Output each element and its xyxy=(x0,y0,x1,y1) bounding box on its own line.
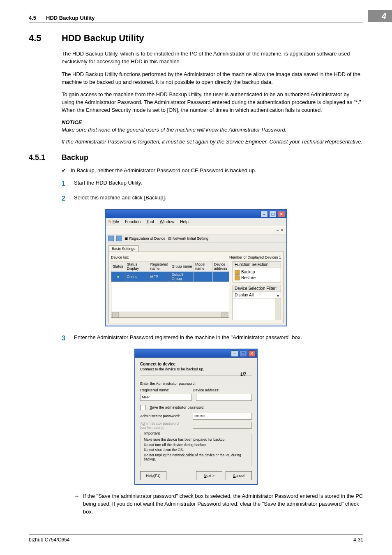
scroll-left-button[interactable]: ‹ xyxy=(112,312,119,317)
section-paragraph: To gain access to the machine from the H… xyxy=(29,91,363,114)
footer-rule xyxy=(29,534,363,534)
function-backup[interactable]: Backup xyxy=(235,269,279,275)
window-titlebar[interactable]: – ▢ ✕ xyxy=(106,210,286,218)
close-button[interactable]: ✕ xyxy=(248,350,256,357)
subsection-title: Backup xyxy=(62,153,88,162)
enter-password-label: Enter the Administrator password. xyxy=(140,382,252,386)
running-head-number: 4.5 xyxy=(29,15,36,21)
th-group-name[interactable]: Group name xyxy=(170,261,194,271)
maximize-button[interactable]: ▢ xyxy=(269,211,277,217)
subsection-number: 4.5.1 xyxy=(29,153,62,162)
important-line: Do not unplug the network cable of the d… xyxy=(144,453,248,462)
scroll-right-button[interactable]: › xyxy=(221,312,228,317)
help-button[interactable]: Help(F1) xyxy=(140,471,166,480)
th-registered-name[interactable]: Registered name xyxy=(149,261,170,271)
step-text: Select this machine and click [Backup]. xyxy=(74,194,166,203)
scroll-up-icon[interactable]: ▴ xyxy=(277,293,279,297)
important-heading: Important xyxy=(143,431,161,435)
cancel-button[interactable]: Cancel xyxy=(226,471,252,480)
mdi-controls[interactable]: – ✕ xyxy=(277,228,284,232)
step-text: Start the HDD Backup Utility. xyxy=(74,179,142,188)
important-group: Important Make sure the device has been … xyxy=(140,434,252,466)
backup-icon xyxy=(235,270,240,275)
step-text: Enter the Administrator Password registe… xyxy=(74,334,302,343)
footer-model: bizhub C754/C654 xyxy=(29,537,69,543)
admin-password-label: Administrator password: xyxy=(140,414,189,418)
toolbar-icon[interactable] xyxy=(116,236,122,241)
important-line: Do not turn off the device during backup… xyxy=(144,443,248,447)
registered-name-field[interactable]: MFP xyxy=(140,394,192,401)
toolbar-icon[interactable] xyxy=(108,236,114,241)
device-address-field[interactable] xyxy=(196,394,252,401)
chapter-tab: 4 xyxy=(368,10,392,22)
bullet-text: In Backup, neither the Administrator Pas… xyxy=(71,167,256,174)
next-button[interactable]: Next > xyxy=(196,471,222,480)
step-number: 2 xyxy=(62,194,74,203)
minimize-button[interactable]: – xyxy=(261,211,268,217)
save-password-label: Save the administrator password. xyxy=(150,405,205,409)
dialog-title: Connect to device xyxy=(140,362,252,366)
important-line: Make sure the device has been prepared f… xyxy=(144,437,248,442)
wizard-step: 1/7 xyxy=(240,372,246,377)
notice-heading: NOTICE xyxy=(62,119,363,125)
toolbar: ▣ Registration of Device ▤ Network Initi… xyxy=(106,234,286,243)
important-line: Do not shut down the OS. xyxy=(144,448,248,452)
registered-name-label: Registered name: xyxy=(140,388,189,392)
admin-password-field[interactable]: •••••••• xyxy=(193,413,252,420)
window-titlebar[interactable]: – ▢ ✕ xyxy=(135,349,257,358)
rule xyxy=(29,23,363,23)
minimize-button[interactable]: – xyxy=(231,350,238,357)
tab-basic-settings[interactable]: Basic Settings xyxy=(108,245,139,252)
maximize-button[interactable]: ▢ xyxy=(240,350,247,357)
restore-icon xyxy=(235,275,240,280)
step-number: 1 xyxy=(62,179,74,188)
notice-text: If the Administrator Password is forgott… xyxy=(29,138,363,146)
status-icon: ■ xyxy=(117,275,119,279)
th-device-address[interactable]: Device address xyxy=(212,261,229,271)
arrow-bullet: → xyxy=(74,493,83,516)
section-paragraph: The HDD Backup Utility functions perform… xyxy=(29,71,363,86)
device-address-label: Device address: xyxy=(193,388,241,392)
screenshot-connect-dialog: – ▢ ✕ Connect to device Connect to the d… xyxy=(134,349,258,485)
check-bullet: ✔ xyxy=(62,167,71,174)
admin-password-confirm-label: Administrator password (confirmation): xyxy=(140,421,189,430)
function-restore[interactable]: Restore xyxy=(235,275,279,281)
menu-file[interactable]: ✎ File xyxy=(108,220,119,224)
filter-value[interactable]: Display All ▴ xyxy=(233,292,281,298)
device-table[interactable]: Status Status Display Registered name Gr… xyxy=(111,261,229,282)
toolbar-reg-device[interactable]: ▣ Registration of Device xyxy=(125,236,166,240)
num-displayed-devices: Number of Displayed Devices 1 xyxy=(229,255,281,259)
footer-page: 4-31 xyxy=(353,537,363,543)
section-number: 4.5 xyxy=(29,33,62,44)
arrow-text: If the "Save the administrator password"… xyxy=(83,493,363,516)
close-button[interactable]: ✕ xyxy=(278,211,285,217)
running-head-title: HDD Backup Utility xyxy=(46,15,95,21)
menu-function[interactable]: Function xyxy=(125,220,141,224)
filter-list-area[interactable] xyxy=(233,298,281,320)
screenshot-backup-utility: – ▢ ✕ ✎ File Function Tool Window Help –… xyxy=(105,209,287,326)
device-list-label: Device list: xyxy=(111,255,129,259)
notice-text: Make sure that none of the general users… xyxy=(29,126,363,134)
dialog-subtitle: Connect to the device to be backed up. xyxy=(140,367,252,371)
menu-tool[interactable]: Tool xyxy=(146,220,154,224)
th-status-display[interactable]: Status Display xyxy=(125,261,149,271)
table-row[interactable]: ■ Online MFP Default Group xyxy=(111,271,229,282)
function-selection-header: Function Selection xyxy=(233,261,281,268)
menu-help[interactable]: Help xyxy=(180,220,189,224)
toolbar-network-setting[interactable]: ▤ Network Initial Setting xyxy=(168,236,209,240)
th-status[interactable]: Status xyxy=(111,261,125,271)
device-selection-filter: Device Selection Filter: Display All ▴ xyxy=(233,285,281,320)
table-empty-area: ‹ › xyxy=(111,282,229,318)
save-password-checkbox[interactable] xyxy=(140,405,145,410)
horizontal-scrollbar[interactable]: ‹ › xyxy=(111,312,229,317)
menu-window[interactable]: Window xyxy=(160,220,175,224)
function-selection-box: Function Selection Backup Restore xyxy=(233,261,281,282)
step-number: 3 xyxy=(62,334,74,343)
filter-header: Device Selection Filter: xyxy=(233,285,281,292)
admin-password-confirm-field xyxy=(193,422,252,429)
th-model-name[interactable]: Model name xyxy=(194,261,212,271)
section-title: HDD Backup Utility xyxy=(62,33,144,43)
section-paragraph: The HDD Backup Utility, which is to be i… xyxy=(29,50,363,66)
menubar[interactable]: ✎ File Function Tool Window Help xyxy=(106,218,286,226)
